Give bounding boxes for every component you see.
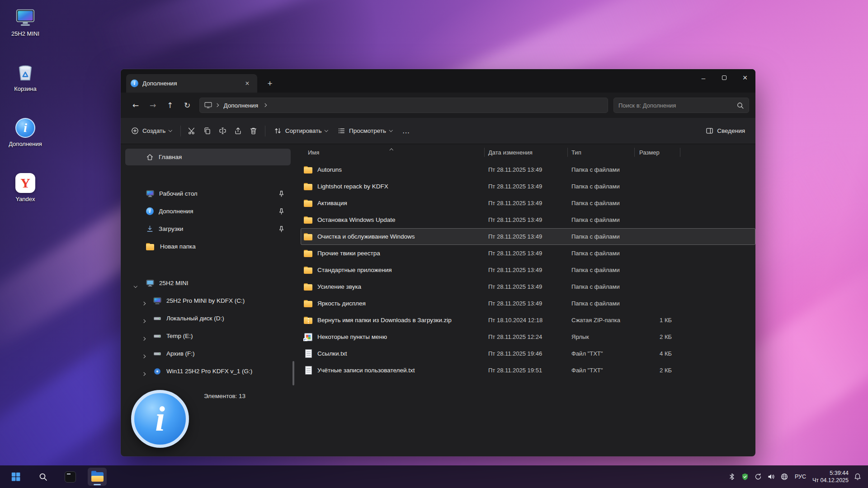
sidebar-item-this-pc[interactable]: 25H2 MINI xyxy=(125,275,291,291)
search-input[interactable] xyxy=(618,102,733,109)
file-row[interactable]: Ссылки.txt Пт 28.11.2025 19:46 Файл "TXT… xyxy=(301,345,755,362)
file-size: 2 КБ xyxy=(634,367,680,374)
new-tab-button[interactable]: + xyxy=(264,78,275,89)
file-size: 1 КБ xyxy=(634,317,680,324)
chevron-right-icon[interactable] xyxy=(142,334,145,341)
start-button[interactable] xyxy=(6,468,25,486)
taskbar-search-button[interactable] xyxy=(33,468,52,486)
bluetooth-button[interactable] xyxy=(728,473,736,481)
file-row[interactable]: Вернуть имя папки из Downloads в Загрузк… xyxy=(301,312,755,328)
maximize-button[interactable] xyxy=(714,69,735,86)
up-button[interactable]: ↑ xyxy=(161,97,179,113)
search-box[interactable] xyxy=(613,98,749,113)
update-button[interactable] xyxy=(754,473,762,481)
this-pc-icon xyxy=(204,102,212,109)
language-indicator[interactable]: РУС xyxy=(793,474,807,480)
new-button[interactable]: Создать xyxy=(126,123,177,138)
desktop-icon-25h2-mini[interactable]: 25H2 MINI xyxy=(4,7,47,37)
taskbar-explorer-button[interactable] xyxy=(88,468,107,486)
chevron-right-icon[interactable] xyxy=(142,317,145,324)
sidebar-item-drive-e[interactable]: Temp (E:) xyxy=(125,328,291,344)
chevron-right-icon[interactable] xyxy=(142,299,145,306)
share-button[interactable] xyxy=(231,123,246,139)
view-button[interactable]: Просмотреть xyxy=(333,123,397,138)
sidebar-item-downloads[interactable]: Загрузки xyxy=(125,221,291,237)
file-row[interactable]: Остановка Windows Update Пт 28.11.2025 1… xyxy=(301,211,755,228)
file-row[interactable]: Прочие твики реестра Пт 28.11.2025 13:49… xyxy=(301,245,755,262)
sync-icon xyxy=(754,473,762,481)
taskbar-clock[interactable]: 5:39:44 Чт 04.12.2025 xyxy=(812,469,849,484)
taskbar-terminal-button[interactable] xyxy=(61,468,80,486)
column-separator[interactable] xyxy=(634,148,635,157)
window-controls: – × xyxy=(693,69,755,86)
file-row[interactable]: Яркость дисплея Пт 28.11.2025 13:49 Папк… xyxy=(301,295,755,312)
folder-icon xyxy=(304,183,313,190)
breadcrumb[interactable]: Дополнения xyxy=(222,102,260,109)
plus-circle-icon xyxy=(131,127,139,135)
column-separator[interactable] xyxy=(567,148,568,157)
chevron-down-icon[interactable] xyxy=(134,282,137,288)
file-name: Autoruns xyxy=(317,166,342,173)
folder-icon xyxy=(304,233,313,240)
column-separator[interactable] xyxy=(484,148,485,157)
security-button[interactable] xyxy=(741,473,749,481)
file-date: Пт 28.11.2025 13:49 xyxy=(484,183,567,190)
bluetooth-icon xyxy=(728,473,736,481)
file-name: Вернуть имя папки из Downloads в Загрузк… xyxy=(317,317,452,324)
file-name: Усиление звука xyxy=(317,283,361,290)
sidebar-item-drive-c[interactable]: 25H2 Pro MINI by KDFX (C:) xyxy=(125,292,291,309)
file-row[interactable]: Некоторые пункты меню Пт 28.11.2025 12:2… xyxy=(301,328,755,345)
sidebar-item-desktop[interactable]: Рабочий стол xyxy=(125,185,291,202)
file-type: Ярлык xyxy=(567,333,634,340)
file-row[interactable]: Autoruns Пт 28.11.2025 13:49 Папка с фай… xyxy=(301,161,755,178)
sidebar-item-drive-g[interactable]: Win11 25H2 Pro KDFX v_1 (G:) xyxy=(125,363,291,380)
folder-icon xyxy=(304,166,313,174)
sidebar-scrollbar[interactable] xyxy=(292,361,294,385)
sidebar-item-drive-d[interactable]: Локальный диск (D:) xyxy=(125,310,291,327)
file-row[interactable]: Усиление звука Пт 28.11.2025 13:49 Папка… xyxy=(301,278,755,295)
column-header-type[interactable]: Тип xyxy=(567,149,634,156)
copy-button[interactable] xyxy=(200,123,215,139)
delete-button[interactable] xyxy=(246,123,261,139)
address-bar[interactable]: Дополнения xyxy=(199,98,608,113)
sidebar-item-drive-f[interactable]: Архив (F:) xyxy=(125,345,291,362)
volume-button[interactable] xyxy=(767,473,775,481)
column-header-size[interactable]: Размер xyxy=(634,149,680,156)
sidebar-item-new-folder[interactable]: Новая папка xyxy=(125,238,291,255)
download-icon xyxy=(146,225,154,233)
sidebar-item-home[interactable]: Главная xyxy=(125,149,291,165)
refresh-button[interactable]: ↻ xyxy=(179,97,196,113)
chevron-right-icon[interactable] xyxy=(142,352,145,359)
sidebar-gap xyxy=(125,256,291,275)
rename-button[interactable] xyxy=(215,123,231,139)
tab-close-button[interactable]: × xyxy=(242,78,253,89)
file-row[interactable]: Активация Пт 28.11.2025 13:49 Папка с фа… xyxy=(301,195,755,211)
back-button[interactable]: ← xyxy=(127,97,144,113)
file-row[interactable]: Lightshot repack by KDFX Пт 28.11.2025 1… xyxy=(301,178,755,195)
chevron-right-icon[interactable] xyxy=(142,370,145,376)
close-button[interactable]: × xyxy=(735,69,755,86)
more-options-button[interactable]: … xyxy=(397,123,415,139)
desktop-icon-dopolneniya[interactable]: i Дополнения xyxy=(4,117,47,147)
details-pane-button[interactable]: Сведения xyxy=(701,123,750,138)
shortcut-icon xyxy=(304,333,312,341)
sidebar-item-dopolneniya[interactable]: i Дополнения xyxy=(125,203,291,220)
file-row[interactable]: Учётные записи пользователей.txt Пт 28.1… xyxy=(301,362,755,379)
desktop-icon-recycle-bin[interactable]: Корзина xyxy=(4,62,47,92)
notification-center-button[interactable] xyxy=(854,473,862,481)
file-row-selected[interactable]: Очистка и обслуживание Windows Пт 28.11.… xyxy=(301,228,755,245)
window-body: Главная Рабочий стол i Дополнения Загруз… xyxy=(121,144,755,456)
file-row[interactable]: Стандартные приложения Пт 28.11.2025 13:… xyxy=(301,262,755,278)
cut-button[interactable] xyxy=(184,123,200,139)
tab-dopolneniya[interactable]: i Дополнения × xyxy=(126,74,257,93)
network-button[interactable] xyxy=(780,473,788,481)
sort-button[interactable]: Сортировать xyxy=(269,123,333,138)
forward-button[interactable]: → xyxy=(144,97,161,113)
column-header-date[interactable]: Дата изменения xyxy=(484,149,567,156)
folder-icon xyxy=(146,243,155,250)
folder-icon xyxy=(304,250,313,257)
minimize-button[interactable]: – xyxy=(693,69,714,86)
desktop-icon-yandex[interactable]: Y Yandex xyxy=(4,173,47,202)
chevron-down-icon xyxy=(389,128,393,132)
column-separator[interactable] xyxy=(680,148,680,157)
